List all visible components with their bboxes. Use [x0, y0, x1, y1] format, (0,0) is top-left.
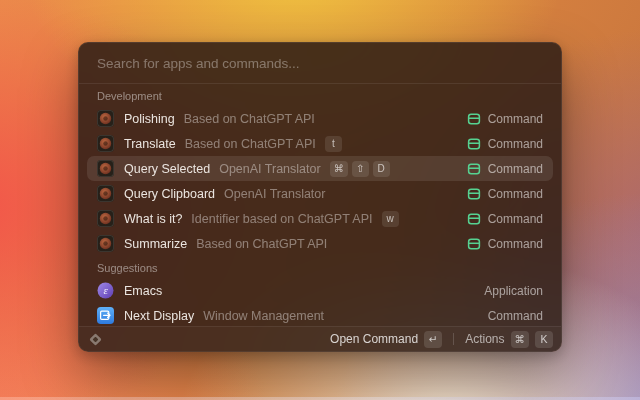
list-item[interactable]: SummarizeBased on ChatGPT API Command [87, 231, 553, 256]
section-header: Suggestions [87, 256, 553, 278]
shortcut-keys: ⌘⇧D [330, 161, 390, 177]
item-accessories: Command [467, 187, 543, 201]
item-type-label: Application [484, 284, 543, 298]
results-list: Development PolishingBased on ChatGPT AP… [79, 84, 561, 326]
raycast-logo-icon [87, 331, 104, 348]
list-item[interactable]: Query SelectedOpenAI Translator⌘⇧D Comma… [87, 156, 553, 181]
openai-translator-icon [97, 135, 114, 152]
item-type-label: Command [488, 309, 543, 323]
list-item[interactable]: Query ClipboardOpenAI Translator Command [87, 181, 553, 206]
item-type-label: Command [488, 212, 543, 226]
shortcut-keys: t [325, 136, 342, 152]
actions-label: Actions [465, 332, 504, 346]
item-type-label: Command [488, 187, 543, 201]
command-type-icon [467, 112, 481, 126]
list-item[interactable]: TranslateBased on ChatGPT APIt Command [87, 131, 553, 156]
openai-translator-icon [97, 210, 114, 227]
footer-action-bar: Open Command ↵ Actions ⌘ K [79, 326, 561, 351]
shortcut-key-badge: D [373, 161, 390, 177]
item-type-label: Command [488, 237, 543, 251]
item-accessories: Command [467, 162, 543, 176]
command-type-icon [467, 187, 481, 201]
command-type-icon [467, 137, 481, 151]
command-type-icon [467, 237, 481, 251]
item-title: Emacs [124, 284, 162, 298]
list-item[interactable]: ε EmacsApplication [87, 278, 553, 303]
item-accessories: Command [467, 212, 543, 226]
list-item[interactable]: Next DisplayWindow ManagementCommand [87, 303, 553, 326]
item-title: Summarize [124, 237, 187, 251]
search-bar [79, 43, 561, 83]
item-subtitle: Based on ChatGPT API [185, 137, 316, 151]
emacs-icon: ε [97, 282, 114, 299]
openai-translator-icon [97, 160, 114, 177]
item-accessories: Command [467, 112, 543, 126]
svg-text:ε: ε [103, 284, 108, 296]
section-header: Development [87, 84, 553, 106]
open-command-button[interactable]: Open Command ↵ [330, 331, 442, 348]
openai-translator-icon [97, 235, 114, 252]
next-display-icon [97, 307, 114, 324]
item-subtitle: Based on ChatGPT API [196, 237, 327, 251]
raycast-launcher-window: Development PolishingBased on ChatGPT AP… [78, 42, 562, 352]
list-item[interactable]: PolishingBased on ChatGPT API Command [87, 106, 553, 131]
item-type-label: Command [488, 112, 543, 126]
shortcut-keys: w [382, 211, 399, 227]
footer-divider [453, 333, 454, 345]
shortcut-key-badge: w [382, 211, 399, 227]
shortcut-key-badge: t [325, 136, 342, 152]
list-item[interactable]: What is it?Identifier based on ChatGPT A… [87, 206, 553, 231]
command-type-icon [467, 162, 481, 176]
item-title: What is it? [124, 212, 182, 226]
item-title: Polishing [124, 112, 175, 126]
shortcut-key-badge: ⌘ [330, 161, 348, 177]
command-type-icon [467, 212, 481, 226]
item-title: Translate [124, 137, 176, 151]
cmd-key-badge: ⌘ [511, 331, 530, 348]
openai-translator-icon [97, 110, 114, 127]
item-subtitle: Identifier based on ChatGPT API [191, 212, 372, 226]
item-title: Next Display [124, 309, 194, 323]
open-command-label: Open Command [330, 332, 418, 346]
item-subtitle: Based on ChatGPT API [184, 112, 315, 126]
item-title: Query Clipboard [124, 187, 215, 201]
enter-key-badge: ↵ [424, 331, 442, 348]
item-subtitle: OpenAI Translator [219, 162, 320, 176]
shortcut-key-badge: ⇧ [352, 161, 369, 177]
item-accessories: Command [467, 237, 543, 251]
item-type-label: Command [488, 137, 543, 151]
k-key-badge: K [535, 331, 553, 348]
item-type-label: Command [488, 162, 543, 176]
item-accessories: Command [467, 137, 543, 151]
item-subtitle: Window Management [203, 309, 324, 323]
actions-button[interactable]: Actions ⌘ K [465, 331, 553, 348]
openai-translator-icon [97, 185, 114, 202]
item-subtitle: OpenAI Translator [224, 187, 325, 201]
item-title: Query Selected [124, 162, 210, 176]
item-accessories: Command [488, 309, 543, 323]
item-accessories: Application [484, 284, 543, 298]
search-input[interactable] [97, 56, 543, 71]
